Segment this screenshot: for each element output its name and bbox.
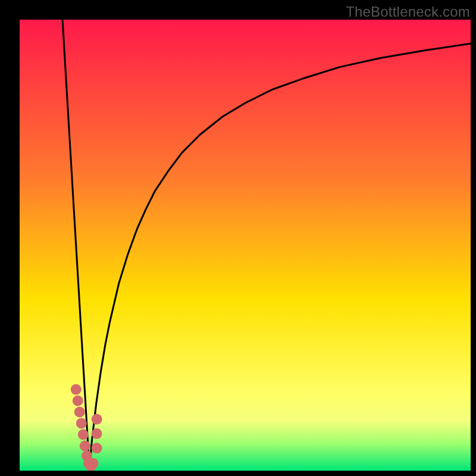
- sample-dot: [76, 418, 87, 428]
- sample-dot: [73, 396, 83, 406]
- sample-dot: [92, 428, 102, 439]
- chart-frame: TheBottleneck.com: [0, 0, 476, 476]
- gradient-background: [20, 20, 471, 471]
- sample-dot: [88, 458, 99, 469]
- sample-dot: [92, 414, 102, 425]
- bottleneck-chart: [20, 20, 471, 471]
- sample-dot: [71, 384, 82, 395]
- sample-dot: [78, 429, 89, 440]
- attribution-text: TheBottleneck.com: [346, 4, 470, 20]
- sample-dot: [74, 406, 85, 417]
- sample-dot: [80, 440, 90, 451]
- sample-dot: [92, 443, 102, 453]
